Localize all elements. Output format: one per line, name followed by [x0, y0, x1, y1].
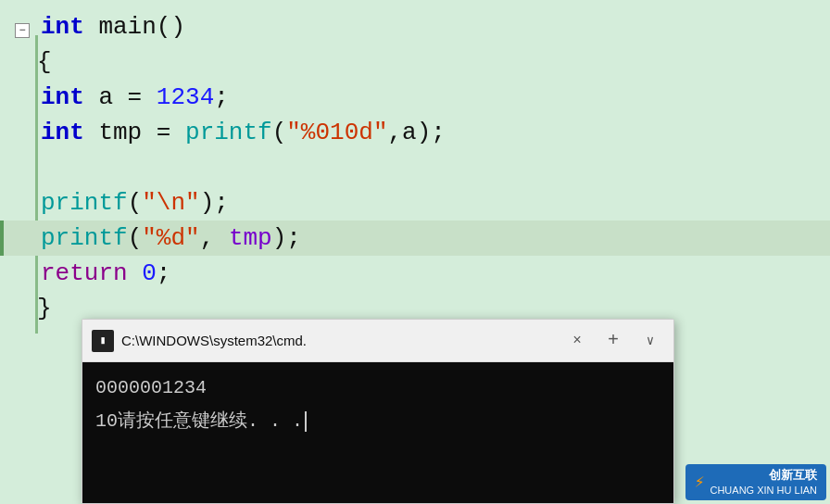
watermark-line2: CHUANG XIN HU LIAN	[710, 484, 817, 497]
code-line-printf-d: printf("%d", tmp);	[0, 220, 830, 256]
num-zero: 0	[142, 259, 157, 287]
code-line-int-a: int a = 1234;	[0, 80, 830, 115]
terminal-output-line-1: 0000001234	[95, 372, 660, 405]
code-content-a: int a = 1234;	[37, 80, 830, 115]
comma-tmp: ,	[200, 224, 229, 252]
semi-n: );	[200, 189, 229, 217]
cmd-icon: ▮	[99, 334, 106, 347]
code-line-return: return 0;	[0, 256, 830, 291]
keyword-return: return	[41, 259, 128, 287]
code-content-main: int main()	[37, 9, 830, 44]
terminal-body: 0000001234 10请按任意键继续. . .	[82, 362, 673, 503]
code-content-return: return 0;	[37, 256, 830, 291]
terminal-add-tab-button[interactable]: +	[597, 325, 629, 357]
collapse-button[interactable]: −	[15, 23, 30, 38]
code-line-main: − int main()	[0, 9, 830, 44]
code-content-printf-d: printf("%d", tmp);	[37, 220, 830, 256]
paren-1: (	[272, 119, 287, 146]
code-line-printf-n: printf("\n");	[0, 185, 830, 220]
semi-d: );	[272, 224, 301, 252]
watermark: ⚡ 创新互联 CHUANG XIN HU LIAN	[685, 464, 826, 500]
line-gutter-main: −	[0, 23, 37, 38]
keyword-int: int	[41, 13, 84, 41]
keyword-int-tmp: int	[41, 119, 84, 146]
keyword-int-a: int	[41, 83, 84, 111]
var-tmp-ref: tmp	[229, 224, 272, 252]
func-name: main()	[84, 13, 185, 41]
terminal-output-line-2: 10请按任意键继续. . .	[95, 405, 660, 438]
terminal-dropdown-button[interactable]: ∨	[636, 327, 664, 355]
terminal-text-2: 10请按任意键继续. . .	[95, 405, 303, 438]
func-printf-3: printf	[41, 224, 128, 252]
space-return	[128, 259, 143, 287]
str-010d: "%010d"	[286, 119, 387, 146]
terminal-window: ▮ C:\WINDOWS\system32\cmd. × + ∨ 0000001…	[82, 319, 674, 504]
terminal-title: C:\WINDOWS\system32\cmd.	[121, 333, 557, 348]
terminal-text-1: 0000001234	[95, 372, 207, 405]
open-brace: {	[37, 48, 52, 76]
code-content-brace: {	[37, 44, 830, 80]
code-editor: − int main() { int a = 1234; int tmp = p…	[0, 0, 830, 334]
code-line-empty	[0, 150, 830, 185]
code-content-tmp: int tmp = printf("%010d",a);	[37, 115, 830, 150]
var-a: a =	[84, 83, 157, 111]
semi-a: ;	[214, 83, 229, 111]
code-content-empty	[37, 150, 830, 185]
semi-return: ;	[157, 259, 171, 287]
func-printf-1: printf	[185, 119, 272, 146]
terminal-titlebar: ▮ C:\WINDOWS\system32\cmd. × + ∨	[82, 320, 673, 362]
code-line-open-brace: {	[0, 44, 830, 80]
str-d: "%d"	[142, 224, 199, 252]
active-line-indicator	[0, 220, 4, 256]
code-line-int-tmp: int tmp = printf("%010d",a);	[0, 115, 830, 150]
str-n: "\n"	[142, 189, 199, 217]
terminal-app-icon: ▮	[92, 330, 114, 352]
watermark-line1: 创新互联	[710, 468, 817, 484]
paren-2: (	[128, 189, 143, 217]
code-content-printf-n: printf("\n");	[37, 185, 830, 220]
func-printf-2: printf	[41, 189, 128, 217]
num-1234: 1234	[157, 83, 214, 111]
terminal-cursor	[305, 411, 307, 432]
comma-a: ,a);	[387, 119, 445, 146]
var-tmp: tmp =	[84, 119, 185, 146]
close-brace: }	[37, 295, 52, 322]
watermark-text: 创新互联 CHUANG XIN HU LIAN	[710, 468, 817, 497]
watermark-icon: ⚡	[695, 472, 705, 492]
paren-3: (	[128, 224, 143, 252]
terminal-close-button[interactable]: ×	[564, 328, 590, 354]
